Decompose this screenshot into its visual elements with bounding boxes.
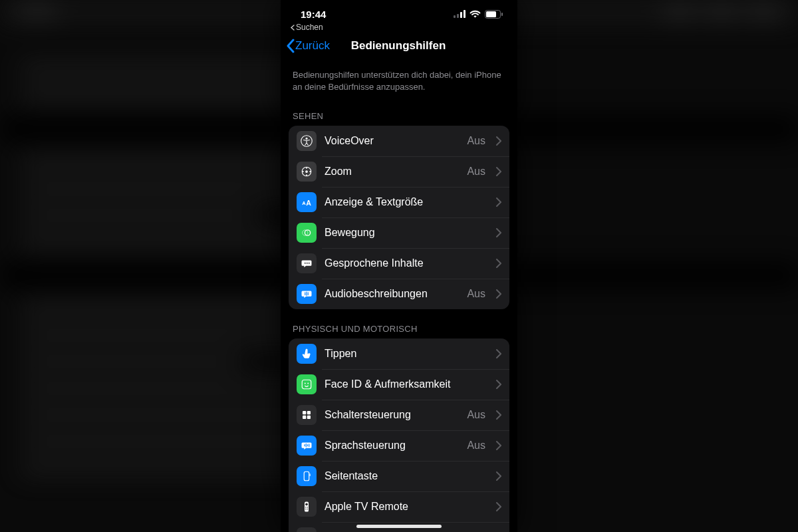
chevron-right-icon [496, 380, 501, 389]
svg-point-34 [307, 507, 309, 508]
row-label: VoiceOver [325, 135, 459, 147]
row-value: Aus [467, 135, 485, 147]
svg-point-36 [307, 509, 309, 510]
voice-control-icon [297, 436, 317, 456]
chevron-right-icon [496, 410, 501, 420]
chevron-right-icon [496, 471, 501, 481]
chevron-right-icon [496, 349, 501, 358]
row-label: Anzeige & Textgröße [325, 196, 485, 208]
chevron-right-icon [496, 198, 501, 207]
chevron-right-icon [496, 228, 501, 237]
group-physisch: Tippen Face ID & Aufmerksamkeit Schalter… [289, 338, 509, 532]
row-label: Face ID & Aufmerksamkeit [325, 378, 485, 390]
wifi-icon [469, 10, 481, 18]
status-bar: 19:44 [281, 0, 517, 23]
svg-point-24 [307, 383, 309, 384]
svg-point-23 [305, 383, 306, 384]
svg-rect-30 [310, 473, 311, 476]
row-motion[interactable]: Bewegung [289, 217, 509, 248]
home-indicator[interactable] [356, 525, 442, 528]
cellular-icon [454, 10, 466, 18]
row-label: Zoom [325, 166, 459, 178]
svg-text:A: A [306, 199, 311, 207]
svg-rect-27 [303, 416, 306, 419]
svg-rect-0 [454, 15, 456, 18]
nav-bar: Zurück Bedienungshilfen [281, 33, 517, 60]
svg-point-19 [305, 263, 306, 264]
row-label: Audiobeschreibungen [325, 288, 459, 300]
row-label: Bewegung [325, 227, 485, 239]
row-value: Aus [467, 166, 485, 178]
row-spoken-content[interactable]: Gesprochene Inhalte [289, 248, 509, 279]
svg-point-14 [309, 171, 311, 172]
row-label: Gesprochene Inhalte [325, 257, 485, 269]
back-button[interactable]: Zurück [286, 39, 351, 53]
group-sehen: VoiceOver Aus Zoom Aus AA Anzeige & Text… [289, 126, 509, 309]
page-title: Bedienungshilfen [351, 39, 446, 53]
svg-rect-2 [460, 12, 462, 18]
text-size-icon: AA [297, 192, 317, 212]
svg-point-33 [305, 507, 307, 508]
svg-rect-3 [464, 10, 466, 18]
breadcrumb-caret-icon [290, 25, 295, 31]
chevron-right-icon [496, 136, 501, 146]
svg-point-32 [305, 503, 308, 505]
keyboard-icon [297, 527, 317, 532]
row-apple-tv-remote[interactable]: Apple TV Remote [289, 491, 509, 522]
svg-point-12 [306, 174, 307, 176]
row-audio-descriptions[interactable]: Audiobeschreibungen Aus [289, 279, 509, 309]
svg-point-35 [305, 509, 307, 510]
svg-point-21 [309, 263, 310, 264]
status-indicators [454, 10, 503, 19]
row-value: Aus [467, 409, 485, 421]
row-display-text[interactable]: AA Anzeige & Textgröße [289, 187, 509, 217]
faceid-icon [297, 374, 317, 394]
intro-text: Bedienungshilfen unterstützen dich dabei… [281, 60, 517, 96]
row-value: Aus [467, 288, 485, 300]
zoom-icon [297, 162, 317, 182]
svg-point-10 [305, 170, 308, 173]
row-faceid[interactable]: Face ID & Aufmerksamkeit [289, 369, 509, 400]
tv-remote-icon [297, 497, 317, 517]
breadcrumb-label: Suchen [296, 23, 323, 32]
touch-icon [297, 344, 317, 364]
chevron-right-icon [496, 502, 501, 511]
section-header-sehen: SEHEN [281, 96, 517, 126]
row-touch[interactable]: Tippen [289, 338, 509, 369]
chevron-left-icon [286, 39, 295, 53]
side-button-icon [297, 466, 317, 486]
svg-text:A: A [302, 200, 306, 206]
svg-rect-1 [457, 14, 459, 18]
chevron-right-icon [496, 259, 501, 268]
row-voiceover[interactable]: VoiceOver Aus [289, 126, 509, 156]
svg-rect-5 [486, 11, 496, 17]
chevron-right-icon [496, 289, 501, 299]
chevron-right-icon [496, 441, 501, 450]
speech-bubble-icon [297, 253, 317, 273]
phone-frame: 19:44 Suchen [281, 0, 517, 532]
row-label: Schaltersteuerung [325, 409, 459, 421]
svg-rect-26 [307, 411, 311, 414]
svg-rect-29 [304, 471, 309, 481]
svg-point-13 [303, 171, 304, 172]
audio-desc-icon [297, 284, 317, 304]
svg-rect-28 [307, 416, 311, 419]
row-switch-control[interactable]: Schaltersteuerung Aus [289, 400, 509, 430]
svg-point-11 [306, 168, 307, 169]
svg-point-20 [307, 263, 308, 264]
row-label: Seitentaste [325, 470, 485, 482]
row-label: Tippen [325, 348, 485, 360]
battery-icon [485, 10, 503, 19]
status-time: 19:44 [301, 9, 326, 20]
breadcrumb-back-to-app[interactable]: Suchen [281, 23, 517, 33]
back-label: Zurück [295, 39, 330, 53]
row-side-button[interactable]: Seitentaste [289, 461, 509, 491]
settings-scroll[interactable]: Bedienungshilfen unterstützen dich dabei… [281, 60, 517, 532]
svg-point-8 [306, 138, 308, 140]
switch-control-icon [297, 405, 317, 425]
svg-rect-25 [303, 411, 306, 414]
svg-rect-22 [302, 380, 311, 389]
row-label: Apple TV Remote [325, 501, 485, 513]
row-voice-control[interactable]: Sprachsteuerung Aus [289, 430, 509, 461]
row-zoom[interactable]: Zoom Aus [289, 156, 509, 187]
